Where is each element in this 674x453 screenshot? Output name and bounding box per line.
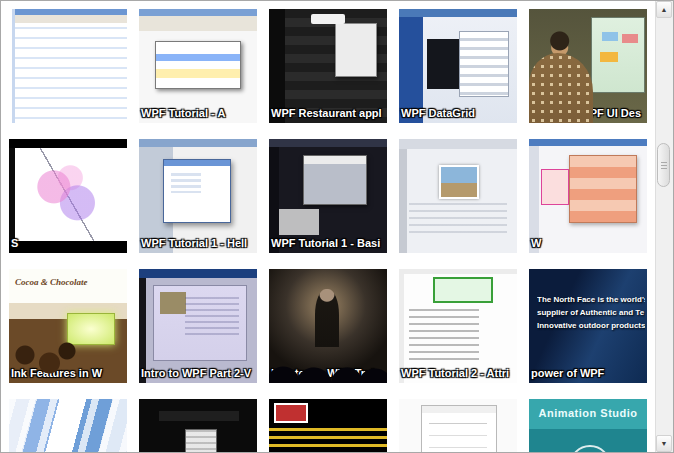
video-thumbnail[interactable] [399,139,517,253]
video-thumbnail[interactable]: Intro to WPF Part 2-V [139,269,257,383]
video-thumbnail[interactable] [139,399,257,453]
video-title: WPF Tutorial 2 - Attri [399,365,517,383]
video-thumbnail[interactable]: Animation Studio [529,399,647,453]
video-thumbnail[interactable]: S [9,139,127,253]
video-thumbnail[interactable]: WPF Tutorial 1 - Hell [139,139,257,253]
video-thumbnail[interactable]: WPF Tutorial - A [139,9,257,123]
thumbnail-app-title: Animation Studio [529,407,647,419]
video-title [9,118,127,123]
video-title: Intro to WPF Part 2-V [139,365,257,383]
scroll-up-button[interactable]: ▲ [656,1,672,18]
video-thumbnail[interactable]: Intertech - WPF Train [269,269,387,383]
video-title: power of WPF [529,365,647,383]
quote-line: Innovative outdoor products [537,319,645,332]
video-title: WPF DataGrid [399,105,517,123]
video-thumbnail[interactable]: Cocoa & Chocolate Ink Features in W [9,269,127,383]
video-title: WPF Tutorial 1 - Hell [139,235,257,253]
video-title [399,248,517,253]
video-thumbnail[interactable] [9,9,127,123]
video-thumbnail[interactable]: MVVM, a WPF UI Des [529,9,647,123]
video-thumbnail[interactable]: W [529,139,647,253]
video-title: Intertech - WPF Train [269,365,387,383]
video-title: WPF Restaurant appl [269,105,387,123]
video-thumbnail[interactable] [9,399,127,453]
thumbnail-grid: WPF Tutorial - A WPF Restaurant appl WPF… [1,1,655,453]
video-title: W [529,235,647,253]
video-title: S [9,235,127,253]
quote-line: supplier of Authentic and Te [537,306,645,319]
webpage-title-text: Cocoa & Chocolate [15,277,88,287]
scroll-down-button[interactable]: ▼ [656,435,672,452]
video-title: MVVM, a WPF UI Des [529,105,647,123]
scrollbar-thumb[interactable] [657,143,670,187]
scroll-down-icon: ▼ [657,436,671,451]
video-thumbnail[interactable]: WPF Tutorial 1 - Basi [269,139,387,253]
quote-line: The North Face is the world's [537,293,645,306]
video-title: WPF Tutorial - A [139,105,257,123]
vertical-scrollbar[interactable]: ▲ ▼ [655,1,673,452]
video-title: Ink Features in W [9,365,127,383]
video-thumbnail[interactable]: The North Face is the world's supplier o… [529,269,647,383]
video-thumbnail[interactable] [269,399,387,453]
video-thumbnail[interactable]: WPF Restaurant appl [269,9,387,123]
video-thumbnail[interactable]: WPF Tutorial 2 - Attri [399,269,517,383]
video-title: WPF Tutorial 1 - Basi [269,235,387,253]
video-thumbnail[interactable] [399,399,517,453]
scroll-up-icon: ▲ [657,2,671,17]
video-thumbnail[interactable]: WPF DataGrid [399,9,517,123]
video-gallery-window: WPF Tutorial - A WPF Restaurant appl WPF… [0,0,674,453]
thumbnail-quote-text: The North Face is the world's supplier o… [537,293,645,332]
